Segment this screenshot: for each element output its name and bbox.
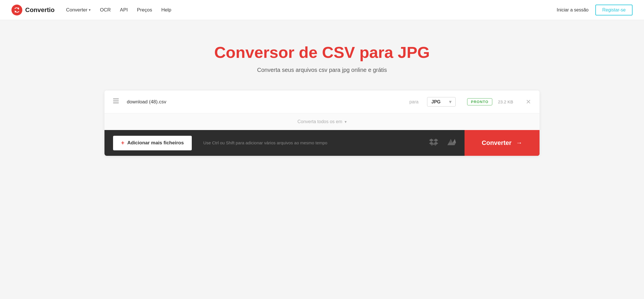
- navbar-left: Convertio Converter ▾ OCR API Preços Hel…: [11, 5, 171, 15]
- nav-help[interactable]: Help: [161, 7, 171, 13]
- add-files-button[interactable]: + Adicionar mais ficheiros: [113, 136, 192, 150]
- nav-precos[interactable]: Preços: [137, 7, 152, 13]
- cloud-icons: [429, 137, 465, 149]
- svg-rect-1: [113, 101, 119, 101]
- svg-rect-0: [113, 99, 119, 99]
- register-button[interactable]: Registar-se: [595, 5, 633, 15]
- converter-chevron-icon: ▾: [89, 8, 91, 12]
- convert-button[interactable]: Converter →: [465, 130, 540, 156]
- convert-all-chevron-icon: ▾: [345, 119, 347, 124]
- file-size: 23.2 KB: [498, 99, 513, 104]
- format-value: JPG: [431, 99, 440, 105]
- plus-icon: +: [121, 140, 125, 146]
- file-name: download (48).csv: [127, 99, 404, 105]
- convert-all-label: Converta todos os em: [297, 119, 342, 124]
- nav-ocr[interactable]: OCR: [100, 7, 111, 13]
- logo[interactable]: Convertio: [11, 5, 55, 15]
- signin-link[interactable]: Iniciar a sessão: [557, 7, 588, 13]
- google-drive-icon[interactable]: [447, 137, 456, 149]
- svg-rect-2: [113, 103, 119, 103]
- arrow-right-icon: →: [516, 139, 522, 147]
- close-icon[interactable]: ✕: [526, 98, 531, 106]
- hint-text: Use Ctrl ou Shift para adicionar vários …: [192, 140, 429, 146]
- convert-label: Converter: [482, 139, 511, 147]
- navbar: Convertio Converter ▾ OCR API Preços Hel…: [0, 0, 644, 20]
- convert-all-row[interactable]: Converta todos os em ▾: [104, 113, 540, 130]
- format-select[interactable]: JPG ▾: [427, 97, 456, 107]
- converter-container: download (48).csv para JPG ▾ PRONTO 23.2…: [104, 91, 540, 156]
- hero-subtitle: Converta seus arquivos csv para jpg onli…: [6, 67, 638, 73]
- status-badge: PRONTO: [467, 98, 492, 105]
- nav-right: Iniciar a sessão Registar-se: [557, 5, 633, 15]
- file-menu-icon[interactable]: [113, 99, 119, 105]
- dropbox-icon[interactable]: [429, 137, 438, 149]
- nav-api[interactable]: API: [120, 7, 128, 13]
- nav-converter[interactable]: Converter ▾: [66, 7, 91, 13]
- format-chevron-icon: ▾: [449, 99, 451, 105]
- page-title: Conversor de CSV para JPG: [6, 43, 638, 62]
- logo-icon: [11, 5, 22, 15]
- para-label: para: [409, 99, 418, 105]
- hero-section: Conversor de CSV para JPG Converta seus …: [0, 20, 644, 91]
- converter-wrapper: download (48).csv para JPG ▾ PRONTO 23.2…: [0, 91, 644, 156]
- add-files-label: Adicionar mais ficheiros: [127, 140, 184, 146]
- logo-name: Convertio: [25, 6, 55, 14]
- bottom-bar: + Adicionar mais ficheiros Use Ctrl ou S…: [104, 130, 540, 156]
- nav-links: Converter ▾ OCR API Preços Help: [66, 7, 171, 13]
- file-row: download (48).csv para JPG ▾ PRONTO 23.2…: [104, 91, 540, 113]
